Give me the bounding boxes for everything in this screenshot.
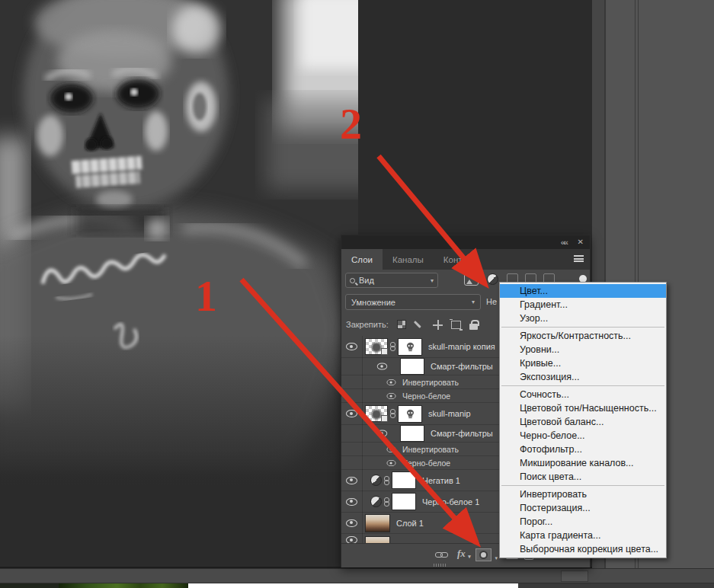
effect-name: Инвертировать xyxy=(402,378,459,387)
layer-name: Черно-белое 1 xyxy=(422,497,479,507)
menu-item[interactable]: Выборочная коррекция цвета... xyxy=(500,542,666,556)
tab-channels[interactable]: Каналы xyxy=(383,249,434,270)
tab-layers[interactable]: Слои xyxy=(341,249,383,270)
chevron-down-icon: ▾ xyxy=(431,277,434,284)
layer-style-fx-icon[interactable]: fx xyxy=(457,548,466,560)
menu-item[interactable]: Экспозиция... xyxy=(500,370,666,384)
menu-separator xyxy=(501,385,664,386)
layer-thumbnail[interactable] xyxy=(365,536,390,543)
skull-icon xyxy=(405,342,415,352)
menu-separator xyxy=(501,327,664,328)
visibility-eye-icon[interactable] xyxy=(387,460,396,466)
collapse-to-icons-icon[interactable]: «« xyxy=(561,237,567,248)
filter-pixel-layers-icon[interactable] xyxy=(464,273,479,286)
effect-name: Черно-белое xyxy=(402,391,450,401)
effect-name: Черно-белое xyxy=(402,459,450,468)
menu-item[interactable]: Порог... xyxy=(500,515,666,529)
search-icon xyxy=(350,278,355,283)
status-bar xyxy=(0,568,714,583)
smart-object-badge-icon xyxy=(381,415,388,422)
layer-name: Негатив 1 xyxy=(422,476,460,485)
lock-artboard-icon[interactable] xyxy=(451,321,461,329)
lock-position-icon[interactable] xyxy=(433,320,443,330)
filter-mask-thumbnail[interactable] xyxy=(400,358,424,375)
filter-type-value: Вид xyxy=(359,276,374,285)
photoshop-workspace: «« ✕ Слои Каналы Контуры Вид ▾ Умножение xyxy=(0,0,714,588)
smart-filters-label: Смарт-фильтры xyxy=(431,429,493,438)
menu-item[interactable]: Градиент... xyxy=(500,298,666,312)
link-layers-icon[interactable] xyxy=(435,552,448,558)
xray-image xyxy=(0,0,389,487)
visibility-eye-icon[interactable] xyxy=(346,477,357,484)
panel-title-bar[interactable]: «« ✕ xyxy=(341,235,590,249)
panel-menu-icon[interactable] xyxy=(574,255,584,262)
smart-object-thumbnail[interactable] xyxy=(365,338,388,355)
visibility-eye-icon[interactable] xyxy=(346,498,357,506)
visibility-eye-icon[interactable] xyxy=(377,430,388,437)
scrollbar-element[interactable] xyxy=(561,570,588,582)
skull-icon xyxy=(405,409,415,419)
menu-item[interactable]: Микширование каналов... xyxy=(500,456,666,470)
menu-item[interactable]: Черно-белое... xyxy=(500,429,666,443)
panel-tabs: Слои Каналы Контуры xyxy=(341,249,590,270)
layer-name: skull-manip копия xyxy=(428,342,495,351)
visibility-eye-icon[interactable] xyxy=(346,410,357,417)
skull-mask-thumbnail[interactable] xyxy=(398,338,422,356)
menu-item[interactable]: Яркость/Контрастность... xyxy=(500,329,666,343)
new-adjustment-layer-icon[interactable] xyxy=(475,548,491,561)
skull-mask-thumbnail[interactable] xyxy=(398,405,422,423)
blend-mode-select[interactable]: Умножение ▾ xyxy=(345,294,481,310)
adjustment-layer-icon[interactable] xyxy=(370,475,382,486)
effect-name: Инвертировать xyxy=(402,445,459,454)
blend-mode-value: Умножение xyxy=(351,298,395,307)
mask-link-icon[interactable] xyxy=(390,409,395,418)
menu-item[interactable]: Цвет... xyxy=(500,284,666,298)
layer-thumbnail[interactable] xyxy=(365,514,390,532)
smart-object-badge-icon xyxy=(381,348,388,355)
menu-item[interactable]: Кривые... xyxy=(500,356,666,370)
filter-mask-thumbnail[interactable] xyxy=(400,425,424,442)
lock-pixels-icon[interactable] xyxy=(415,320,424,330)
menu-item[interactable]: Уровни... xyxy=(500,343,666,356)
menu-item[interactable]: Цветовой баланс... xyxy=(500,415,666,429)
menu-item[interactable]: Фотофильтр... xyxy=(500,443,666,456)
visibility-eye-icon[interactable] xyxy=(387,446,396,452)
mask-link-icon[interactable] xyxy=(390,342,395,351)
panel-resize-grip[interactable] xyxy=(434,564,447,567)
smart-object-thumbnail[interactable] xyxy=(365,405,388,422)
menu-item[interactable]: Поиск цвета... xyxy=(500,470,666,484)
lock-all-icon[interactable] xyxy=(469,324,478,330)
mask-thumbnail[interactable] xyxy=(392,493,416,510)
menu-item[interactable]: Узор... xyxy=(500,312,666,325)
lock-transparency-icon[interactable] xyxy=(397,320,406,329)
adjustment-layer-icon[interactable] xyxy=(370,496,382,507)
menu-item[interactable]: Постеризация... xyxy=(500,501,666,515)
menu-item[interactable]: Цветовой тон/Насыщенность... xyxy=(500,401,666,415)
menu-item[interactable]: Инвертировать xyxy=(500,487,666,501)
smart-filters-label: Смарт-фильтры xyxy=(431,362,493,371)
visibility-eye-icon[interactable] xyxy=(346,519,357,527)
annotation-number-2: 2 xyxy=(340,102,362,146)
menu-item[interactable]: Карта градиента... xyxy=(500,529,666,542)
mask-link-icon[interactable] xyxy=(384,476,389,485)
layer-name: Слой 1 xyxy=(396,519,424,528)
visibility-eye-icon[interactable] xyxy=(387,379,396,385)
background-image-thumbnail xyxy=(59,583,188,588)
menu-item[interactable]: Сочность... xyxy=(500,388,666,401)
visibility-eye-icon[interactable] xyxy=(387,393,396,399)
visibility-eye-icon[interactable] xyxy=(377,363,388,370)
visibility-eye-icon[interactable] xyxy=(346,343,357,350)
mask-thumbnail[interactable] xyxy=(392,471,416,489)
underlying-window-strip xyxy=(188,583,518,588)
close-icon[interactable]: ✕ xyxy=(578,237,584,248)
mask-link-icon[interactable] xyxy=(384,497,389,507)
adjustment-layer-menu: Цвет...Градиент...Узор...Яркость/Контрас… xyxy=(499,282,667,558)
chevron-down-icon: ▾ xyxy=(472,299,475,305)
filter-adjustment-layers-icon[interactable] xyxy=(487,273,498,285)
tab-paths[interactable]: Контуры xyxy=(434,249,488,270)
filter-type-select[interactable]: Вид ▾ xyxy=(345,273,438,288)
annotation-number-1: 1 xyxy=(195,274,217,318)
visibility-eye-icon[interactable] xyxy=(346,536,357,543)
bottom-window-band xyxy=(0,583,714,588)
lock-label: Закрепить: xyxy=(346,320,389,329)
